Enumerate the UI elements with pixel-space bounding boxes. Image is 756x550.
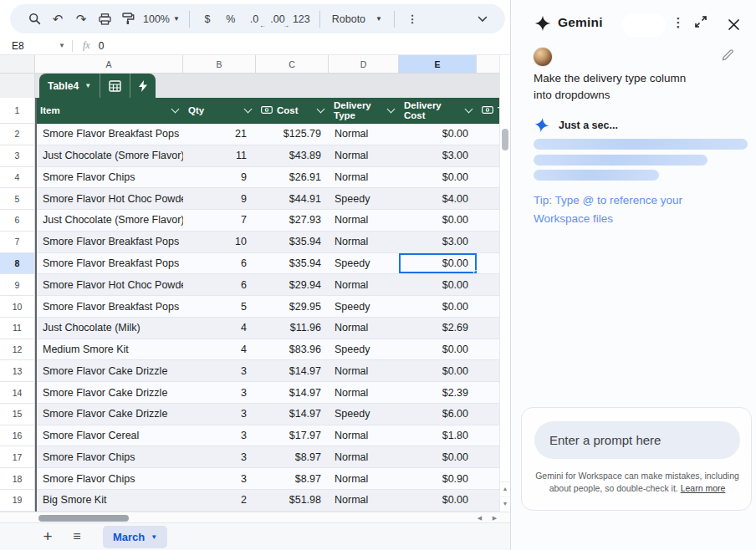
cell-delivery-cost[interactable]: $6.00: [399, 404, 477, 425]
search-icon[interactable]: [23, 8, 45, 30]
cell-delivery-cost[interactable]: $0.90: [399, 468, 477, 490]
cell-qty[interactable]: 3: [183, 425, 256, 447]
column-header-overflow[interactable]: [477, 55, 499, 73]
number-format-button[interactable]: 123: [290, 8, 313, 30]
cell-item[interactable]: Smore Flavor Breakfast Pops: [35, 124, 183, 145]
header-cost[interactable]: Cost: [256, 98, 329, 123]
row-header[interactable]: 12: [0, 339, 35, 361]
print-button[interactable]: [94, 8, 115, 30]
chevron-down-icon[interactable]: [317, 105, 325, 114]
chevron-down-icon[interactable]: [465, 105, 473, 114]
name-box[interactable]: E8▼: [0, 40, 72, 52]
scroll-right-button[interactable]: ▶: [488, 513, 501, 522]
cell-item[interactable]: Smore Flavor Cereal: [35, 425, 183, 447]
row-header[interactable]: 8: [0, 253, 35, 275]
more-toolbar-button[interactable]: ⋮: [401, 8, 423, 30]
cell-item[interactable]: Just Chocolate (Milk): [35, 318, 183, 339]
cell-delivery-type[interactable]: Normal: [329, 490, 399, 512]
expand-panel-icon[interactable]: [694, 15, 707, 32]
cell-delivery-cost[interactable]: $3.00: [399, 145, 477, 167]
row-header[interactable]: 16: [0, 425, 35, 447]
cell-cost[interactable]: $83.96: [256, 339, 329, 361]
cell-item[interactable]: Just Chocolate (Smore Flavor): [35, 210, 183, 232]
cell-item[interactable]: Smore Flavor Chips: [35, 446, 183, 468]
cell-delivery-type[interactable]: Normal: [329, 446, 399, 468]
row-header[interactable]: 7: [0, 232, 35, 253]
cell-qty[interactable]: 3: [183, 468, 256, 490]
cell-item[interactable]: Smore Flavor Chips: [35, 167, 183, 189]
chevron-down-icon[interactable]: [171, 105, 180, 114]
vertical-scrollbar-thumb[interactable]: [502, 129, 508, 150]
selected-cell[interactable]: $0.00: [399, 253, 477, 275]
table-lightning-icon[interactable]: [130, 74, 156, 98]
column-header-d[interactable]: D: [329, 55, 399, 73]
cell-delivery-type[interactable]: Speedy: [329, 253, 399, 275]
cell-delivery-cost[interactable]: $0.00: [399, 274, 477, 296]
header-total-partial[interactable]: T: [477, 98, 499, 123]
scroll-up-button[interactable]: ▲: [500, 481, 510, 495]
cell-qty[interactable]: 3: [183, 446, 256, 468]
cell-qty[interactable]: 11: [183, 145, 256, 167]
cell-delivery-cost[interactable]: $2.69: [399, 318, 477, 339]
cell-delivery-type[interactable]: Normal: [329, 382, 399, 404]
vertical-scrollbar[interactable]: ▲ ▼: [499, 55, 509, 512]
cell-delivery-type[interactable]: Normal: [329, 210, 399, 232]
cell-item[interactable]: Just Chocolate (Smore Flavor): [35, 145, 183, 167]
cell-delivery-type[interactable]: Normal: [329, 425, 399, 447]
cell-item[interactable]: Medium Smore Kit: [35, 339, 183, 361]
learn-more-link[interactable]: Learn more: [681, 483, 726, 493]
header-qty[interactable]: Qty: [183, 98, 256, 123]
font-select[interactable]: Roboto▼: [327, 8, 387, 30]
close-panel-icon[interactable]: [723, 13, 744, 35]
zoom-select[interactable]: 100%▼: [140, 8, 182, 30]
cell-qty[interactable]: 10: [183, 232, 256, 253]
sheet-tab-caret-icon[interactable]: ▼: [151, 533, 157, 541]
row-header[interactable]: 4: [0, 167, 35, 189]
cell-item[interactable]: Big Smore Kit: [35, 490, 183, 512]
chevron-down-icon[interactable]: [387, 105, 396, 114]
cell-qty[interactable]: 6: [183, 253, 256, 275]
undo-button[interactable]: ↶: [47, 8, 69, 30]
cell-cost[interactable]: $17.97: [256, 425, 329, 447]
header-item[interactable]: Item: [35, 98, 183, 123]
cell-qty[interactable]: 7: [183, 210, 256, 232]
cell-delivery-type[interactable]: Speedy: [329, 188, 399, 210]
collapse-toolbar-icon[interactable]: [472, 8, 493, 30]
row-header[interactable]: 10: [0, 296, 35, 318]
row-header[interactable]: 17: [0, 446, 35, 468]
cell-cost[interactable]: $43.89: [256, 145, 329, 167]
increase-decimal-button[interactable]: .00→: [267, 8, 289, 30]
cell-delivery-type[interactable]: Speedy: [329, 339, 399, 361]
prompt-input[interactable]: Enter a prompt here: [534, 421, 740, 459]
cell-delivery-type[interactable]: Normal: [329, 167, 399, 189]
cell-cost[interactable]: $8.97: [256, 468, 329, 490]
sheet-tab-march[interactable]: March ▼: [103, 526, 167, 548]
cell-delivery-cost[interactable]: $2.39: [399, 382, 477, 404]
all-sheets-button[interactable]: ≡: [64, 526, 89, 547]
cell-cost[interactable]: $29.94: [256, 274, 329, 296]
cell-qty[interactable]: 4: [183, 318, 256, 339]
cell-delivery-type[interactable]: Normal: [329, 124, 399, 145]
cell-item[interactable]: Smore Flavor Cake Drizzle: [35, 360, 183, 382]
header-delivery-cost[interactable]: Delivery Cost: [399, 98, 477, 123]
cell-qty[interactable]: 6: [183, 274, 256, 296]
row-header[interactable]: 13: [0, 360, 35, 382]
cell-delivery-cost[interactable]: $4.00: [399, 188, 477, 210]
horizontal-scrollbar[interactable]: ◀ ▶: [0, 512, 510, 523]
cell-qty[interactable]: 4: [183, 339, 256, 361]
cell-item[interactable]: Smore Flavor Hot Choc Powder: [35, 188, 183, 210]
format-currency-button[interactable]: $: [197, 8, 218, 30]
header-delivery-type[interactable]: Delivery Type: [329, 98, 399, 123]
paint-format-button[interactable]: [117, 8, 139, 30]
format-percent-button[interactable]: %: [220, 8, 242, 30]
cell-delivery-cost[interactable]: $0.00: [399, 167, 477, 189]
cell-delivery-type[interactable]: Normal: [329, 468, 399, 490]
cell-delivery-type[interactable]: Speedy: [329, 296, 399, 318]
cell-item[interactable]: Smore Flavor Breakfast Pops: [35, 232, 183, 253]
cell-cost[interactable]: $51.98: [256, 490, 329, 512]
cell-cost[interactable]: $26.91: [256, 167, 329, 189]
cell-cost[interactable]: $35.94: [256, 253, 329, 275]
cell-cost[interactable]: $8.97: [256, 446, 329, 468]
cell-delivery-cost[interactable]: $0.00: [399, 339, 477, 361]
cell-item[interactable]: Smore Flavor Cake Drizzle: [35, 404, 183, 425]
